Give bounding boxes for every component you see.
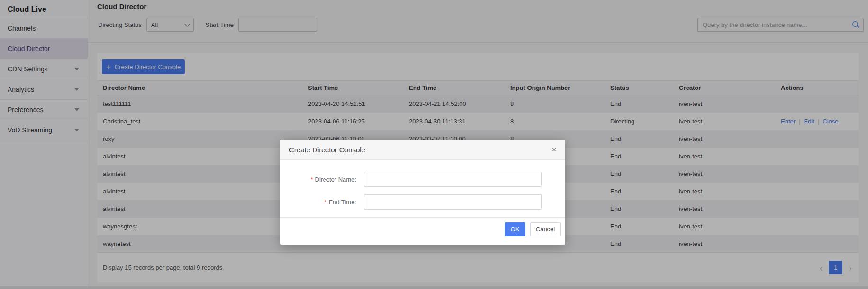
director-name-input[interactable] [364,172,542,187]
close-icon[interactable]: ✕ [552,146,557,153]
required-asterisk: * [311,176,313,183]
create-director-console-modal: Create Director Console ✕ *Director Name… [280,140,565,245]
end-time-field-row: *End Time: [280,194,565,210]
required-asterisk: * [324,199,326,206]
modal-footer: OK Cancel [280,217,565,241]
director-name-field-row: *Director Name: [280,172,565,187]
modal-header: Create Director Console ✕ [280,140,565,160]
director-name-label: *Director Name: [280,176,356,183]
modal-body: *Director Name: *End Time: [280,160,565,210]
modal-title: Create Director Console [289,146,365,154]
ok-button[interactable]: OK [505,222,525,236]
end-time-label: *End Time: [280,199,356,206]
end-time-input[interactable] [364,194,542,210]
cancel-button[interactable]: Cancel [530,222,561,236]
